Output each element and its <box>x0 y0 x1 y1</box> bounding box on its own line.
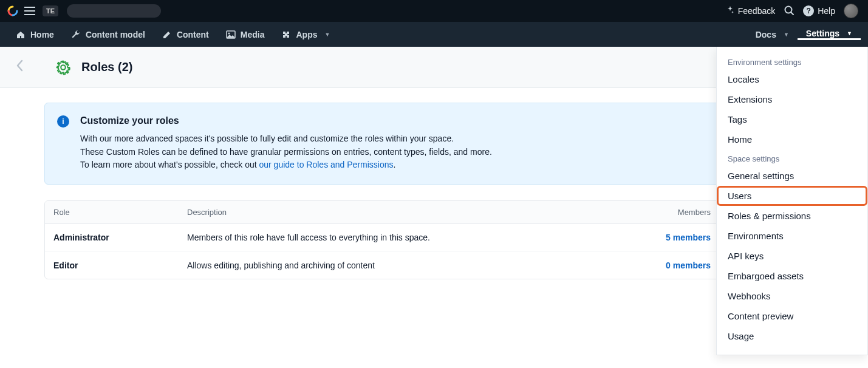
dropdown-item-home[interactable]: Home <box>717 129 867 149</box>
help-button[interactable]: ? Help <box>803 5 835 16</box>
th-members: Members <box>620 208 711 217</box>
menu-icon[interactable] <box>24 7 35 15</box>
back-button[interactable] <box>15 59 26 76</box>
role-description: Allows editing, publishing and archiving… <box>187 261 620 270</box>
table-header: Role Description Members <box>45 201 719 224</box>
banner-line3-prefix: To learn more about what's possible, che… <box>80 160 259 169</box>
nav-settings-label: Settings <box>806 29 839 38</box>
user-avatar[interactable] <box>844 4 858 18</box>
dropdown-section-header: Space settings <box>717 149 867 166</box>
info-banner: i Customize your roles With our more adv… <box>44 103 720 185</box>
dropdown-section-header: Environment settings <box>717 53 867 69</box>
pencil-icon <box>162 30 172 39</box>
dropdown-item-extensions[interactable]: Extensions <box>717 89 867 109</box>
svg-point-7 <box>61 65 65 69</box>
sparkle-icon <box>726 6 734 16</box>
gear-icon <box>55 59 72 76</box>
help-label: Help <box>818 6 835 16</box>
banner-line3-suffix: . <box>394 160 396 169</box>
nav-apps[interactable]: Apps ▼ <box>273 22 338 47</box>
banner-title: Customize your roles <box>80 115 706 126</box>
dropdown-item-locales[interactable]: Locales <box>717 69 867 89</box>
nav-media[interactable]: Media <box>217 22 273 47</box>
svg-line-4 <box>791 12 794 15</box>
main-navbar: Home Content model Content Media Apps ▼ … <box>0 22 868 47</box>
svg-rect-0 <box>24 7 35 8</box>
dropdown-item-general-settings[interactable]: General settings <box>717 166 867 186</box>
feedback-label: Feedback <box>738 6 775 16</box>
help-icon: ? <box>803 5 814 16</box>
banner-body: With our more advanced spaces it's possi… <box>80 132 706 172</box>
nav-content-label: Content <box>177 30 209 39</box>
banner-line2: These Custom Roles can be defined to hav… <box>80 147 492 157</box>
brand-logo-icon[interactable] <box>7 5 18 16</box>
home-icon <box>16 30 26 39</box>
dropdown-item-webhooks[interactable]: Webhooks <box>717 286 867 306</box>
search-icon <box>784 5 795 18</box>
dropdown-item-tags[interactable]: Tags <box>717 109 867 129</box>
image-icon <box>226 30 236 39</box>
chevron-down-icon: ▼ <box>847 30 852 36</box>
nav-home[interactable]: Home <box>7 22 63 47</box>
banner-line1: With our more advanced spaces it's possi… <box>80 134 454 143</box>
info-icon: i <box>57 115 69 128</box>
app-topbar: TE Feedback ? Help <box>0 0 868 22</box>
roles-table: Role Description Members Administrator M… <box>44 200 720 279</box>
dropdown-item-roles-permissions[interactable]: Roles & permissions <box>717 206 867 226</box>
dropdown-item-api-keys[interactable]: API keys <box>717 246 867 266</box>
table-row[interactable]: Administrator Members of this role have … <box>45 224 719 251</box>
nav-home-label: Home <box>30 30 54 39</box>
space-selector[interactable] <box>67 4 161 18</box>
role-name: Editor <box>53 261 187 270</box>
table-row[interactable]: Editor Allows editing, publishing and ar… <box>45 251 719 279</box>
nav-settings[interactable]: Settings ▼ <box>798 29 861 40</box>
chevron-down-icon: ▼ <box>324 32 330 38</box>
role-members-link[interactable]: 0 members <box>620 261 711 270</box>
feedback-button[interactable]: Feedback <box>726 6 775 16</box>
banner-link[interactable]: our guide to Roles and Permissions <box>259 160 394 169</box>
dropdown-item-usage[interactable]: Usage <box>717 326 867 346</box>
nav-content[interactable]: Content <box>154 22 217 47</box>
th-role: Role <box>53 208 187 217</box>
dropdown-item-content-preview[interactable]: Content preview <box>717 306 867 326</box>
nav-apps-label: Apps <box>296 30 317 39</box>
puzzle-icon <box>281 30 291 39</box>
dropdown-item-users[interactable]: Users <box>717 186 867 206</box>
page-title: Roles (2) <box>81 60 132 74</box>
role-members-link[interactable]: 5 members <box>620 233 711 242</box>
nav-content-model-label: Content model <box>86 30 145 39</box>
org-badge[interactable]: TE <box>43 5 58 16</box>
svg-point-6 <box>228 32 230 34</box>
nav-media-label: Media <box>241 30 265 39</box>
nav-content-model[interactable]: Content model <box>63 22 154 47</box>
dropdown-item-embargoed-assets[interactable]: Embargoed assets <box>717 266 867 286</box>
svg-rect-2 <box>24 14 35 15</box>
role-name: Administrator <box>53 233 187 242</box>
search-button[interactable] <box>784 5 795 18</box>
role-description: Members of this role have full access to… <box>187 233 620 242</box>
nav-docs[interactable]: Docs ▼ <box>747 30 798 39</box>
dropdown-item-environments[interactable]: Environments <box>717 226 867 246</box>
chevron-down-icon: ▼ <box>784 32 789 38</box>
settings-dropdown: Environment settings Locales Extensions … <box>716 47 868 355</box>
nav-docs-label: Docs <box>756 30 776 39</box>
th-description: Description <box>187 208 620 217</box>
wrench-icon <box>71 30 81 39</box>
svg-rect-1 <box>24 10 35 12</box>
